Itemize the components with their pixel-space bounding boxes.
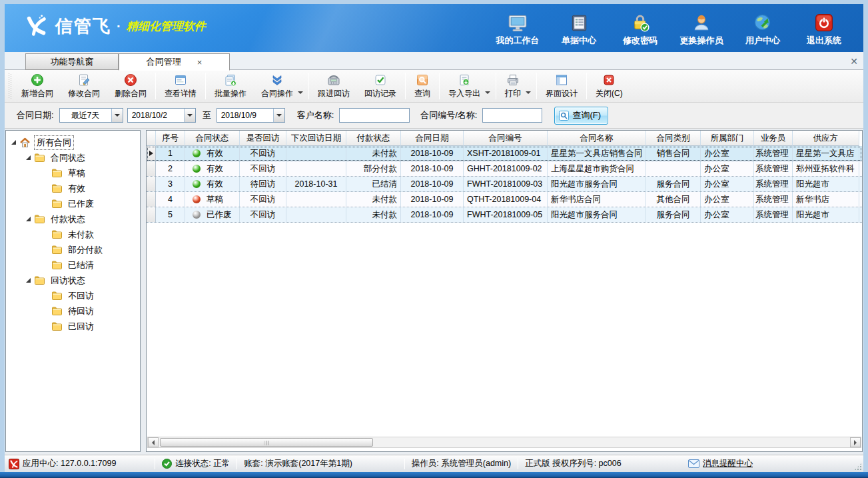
tree-item-no-visit[interactable]: 不回访 — [6, 288, 140, 303]
message-center[interactable]: 消息提醒中心 — [688, 458, 753, 469]
tree-expand-icon[interactable] — [26, 217, 31, 221]
search-button[interactable]: 查询(F) — [554, 107, 608, 125]
date-from-select[interactable]: 2018/10/2 — [127, 108, 196, 123]
table-row[interactable]: 1有效不回访未付款2018-10-09XSHT-20181009-01星星第一文… — [147, 146, 862, 161]
column-header-11[interactable]: 业务员 — [754, 131, 793, 146]
folder-icon — [51, 321, 63, 331]
row-selector[interactable] — [147, 207, 156, 222]
panel-splitter[interactable] — [141, 130, 146, 452]
follow-up-visit-button[interactable]: 跟进回访 — [310, 71, 357, 101]
column-header-5[interactable]: 付款状态 — [346, 131, 401, 146]
nav-item-change-password[interactable]: 修改密码 — [614, 11, 666, 47]
column-header-9[interactable]: 合同类别 — [646, 131, 701, 146]
column-header-8[interactable]: 合同名称 — [548, 131, 646, 146]
nav-item-documents-center[interactable]: 单据中心 — [553, 11, 605, 47]
cell-7: QTHT-20181009-04 — [464, 192, 548, 207]
account-set-text: 账套: 演示账套(2017年第1期) — [244, 458, 352, 469]
chevron-down-icon[interactable] — [111, 109, 123, 122]
column-header-10[interactable]: 所属部门 — [701, 131, 754, 146]
print-button[interactable]: 打印 — [498, 71, 528, 101]
tree-item-label: 付款状态 — [49, 213, 87, 226]
edit-contract-button[interactable]: 修改合同 — [61, 71, 107, 101]
column-header-6[interactable]: 合同日期 — [401, 131, 464, 146]
batch-operation-button[interactable]: 批量操作 — [207, 71, 254, 101]
nav-item-switch-operator[interactable]: 更换操作员 — [675, 11, 727, 47]
visit-record-button[interactable]: 回访记录 — [357, 71, 404, 101]
scroll-right-icon[interactable] — [850, 437, 861, 447]
ui-design-button[interactable]: 界面设计 — [538, 71, 585, 101]
tree-item-visited[interactable]: 已回访 — [6, 319, 140, 334]
row-selector[interactable] — [147, 146, 156, 161]
add-contract-button[interactable]: 新增合同 — [14, 71, 61, 101]
nav-item-user-center[interactable]: 用户中心 — [737, 11, 789, 47]
column-header-2[interactable]: 合同状态 — [185, 131, 240, 146]
resize-grip[interactable] — [854, 463, 862, 471]
column-header-12[interactable]: 供应方 — [793, 131, 859, 146]
status-ball-icon — [193, 180, 201, 188]
table-row[interactable]: 4草稿不回访未付款2018-10-09QTHT-20181009-04新华书店合… — [147, 192, 862, 207]
view-detail-button[interactable]: 查看详情 — [157, 71, 204, 101]
tree-item-voided[interactable]: 已作废 — [6, 196, 140, 211]
contract-date-label: 合同日期: — [17, 109, 54, 121]
tabbar-close-icon[interactable]: ✕ — [850, 56, 858, 67]
toolbar-grip-handle[interactable] — [9, 73, 12, 99]
tree-item-partially-paid[interactable]: 部分付款 — [6, 242, 140, 257]
nav-item-exit-system[interactable]: 退出系统 — [798, 11, 850, 47]
date-range-select[interactable]: 最近7天 — [59, 108, 123, 123]
nav-item-my-workbench[interactable]: 我的工作台 — [492, 11, 544, 47]
date-to-select[interactable]: 2018/10/9 — [217, 108, 285, 123]
contract-tree-panel: 所有合同合同状态草稿有效已作废付款状态未付款部分付款已结清回访状态不回访待回访已… — [5, 130, 141, 452]
contract-operation-button[interactable]: 合同操作 — [254, 71, 300, 101]
query-button[interactable]: 查询 — [407, 71, 438, 101]
tree-expand-icon[interactable] — [26, 278, 31, 283]
tree-item-settled[interactable]: 已结清 — [6, 257, 140, 273]
tree-item-contract-status[interactable]: 合同状态 — [6, 150, 140, 165]
tab-close-icon[interactable]: × — [197, 57, 203, 67]
toolbar-separator — [308, 73, 309, 99]
tree-expand-icon[interactable] — [26, 155, 31, 160]
row-selector[interactable] — [147, 161, 156, 176]
column-header-4[interactable]: 下次回访日期 — [286, 131, 346, 146]
scroll-left-icon[interactable] — [148, 437, 159, 447]
tree-expand-icon[interactable] — [11, 140, 16, 145]
cell-2: 有效 — [185, 177, 240, 191]
tree-item-pending-visit[interactable]: 待回访 — [6, 303, 140, 319]
import-export-button[interactable]: 导入导出 — [441, 71, 488, 101]
folder-icon — [51, 229, 63, 239]
cell-7: FWHT-20181009-03 — [464, 177, 548, 191]
table-row[interactable]: 3有效待回访2018-10-31已结清2018-10-09FWHT-201810… — [147, 177, 862, 192]
dropdown-arrow-icon[interactable] — [526, 91, 531, 94]
folder-icon — [51, 260, 63, 270]
tree-item-payment-status[interactable]: 付款状态 — [6, 211, 140, 227]
column-header-1[interactable]: 序号 — [156, 131, 185, 146]
chevron-down-icon[interactable] — [184, 109, 195, 122]
table-row[interactable]: 2有效不回访部分付款2018-10-09GHHT-20181009-02上海星星… — [147, 161, 862, 177]
horizontal-scrollbar[interactable] — [147, 437, 861, 448]
column-header-7[interactable]: 合同编号 — [464, 131, 548, 146]
cell-3: 不回访 — [240, 207, 286, 222]
tree-item-unpaid[interactable]: 未付款 — [6, 227, 140, 242]
close-button[interactable]: 关闭(C) — [588, 71, 630, 101]
row-selector[interactable] — [147, 177, 156, 191]
message-center-link[interactable]: 消息提醒中心 — [703, 458, 753, 469]
table-row[interactable]: 5已作废不回访未付款2018-10-09FWHT-20181009-05阳光超市… — [147, 207, 862, 223]
row-selector[interactable] — [147, 192, 156, 207]
tree-item-draft[interactable]: 草稿 — [6, 165, 140, 181]
tree-item-all-contracts[interactable]: 所有合同 — [6, 135, 140, 150]
delete-contract-button[interactable]: 删除合同 — [107, 71, 154, 101]
tree-item-valid[interactable]: 有效 — [6, 181, 140, 196]
toolbar-button-label: 跟进回访 — [318, 88, 350, 99]
cell-1: 4 — [156, 192, 185, 207]
chevron-down-icon[interactable] — [273, 109, 284, 122]
customer-name-input[interactable] — [339, 108, 410, 123]
tab-contract-management[interactable]: 合同管理 × — [119, 53, 230, 71]
status-ball-icon — [193, 195, 201, 203]
tab-function-navigator[interactable]: 功能导航窗 — [25, 53, 119, 70]
tree-item-visit-status[interactable]: 回访状态 — [6, 273, 140, 288]
dropdown-arrow-icon[interactable] — [298, 91, 303, 94]
cell-6: 2018-10-09 — [401, 177, 464, 191]
column-header-3[interactable]: 是否回访 — [240, 131, 286, 146]
dropdown-arrow-icon[interactable] — [485, 91, 490, 94]
contract-code-name-input[interactable] — [482, 108, 542, 123]
scrollbar-thumb[interactable] — [160, 438, 373, 447]
